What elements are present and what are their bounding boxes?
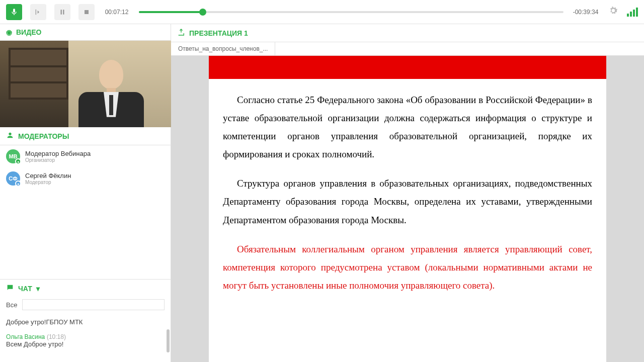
- slide: Согласно статье 25 Федерального закона «…: [209, 56, 606, 362]
- moderator-badge-icon: ●: [15, 180, 21, 187]
- exit-button[interactable]: [30, 4, 46, 20]
- chat-icon: [6, 284, 14, 293]
- moderators-header: МОДЕРАТОРЫ: [0, 127, 171, 145]
- remaining-time: -00:39:34: [572, 9, 600, 16]
- presentation-tab[interactable]: Ответы_на_вопросы_членов_...: [171, 42, 275, 55]
- chat-message-text: Всем Доброе утро!: [6, 340, 165, 348]
- chat-time: (10:18): [47, 333, 66, 340]
- presentation-header: ПРЕЗЕНТАЦИЯ 1: [171, 24, 644, 42]
- presentation-tabs: Ответы_на_вопросы_членов_...: [171, 42, 644, 56]
- organizer-badge-icon: ●: [15, 158, 21, 164]
- chat-message: Доброе утро!ГБПОУ МТК: [6, 318, 165, 326]
- video-feed[interactable]: [0, 41, 171, 127]
- chat-panel: ЧАТ ▾ Все Доброе утро!ГБПОУ МТК Ольга Ва…: [0, 279, 171, 362]
- slide-paragraph: Согласно статье 25 Федерального закона «…: [223, 91, 592, 163]
- avatar: СФ ●: [6, 171, 20, 186]
- avatar: МВ ●: [6, 149, 20, 163]
- slide-paragraph: Структура органов управления в образоват…: [223, 174, 592, 229]
- stop-button[interactable]: [78, 4, 95, 20]
- mic-button[interactable]: [6, 4, 22, 20]
- elapsed-time: 00:07:12: [103, 9, 131, 16]
- progress-thumb[interactable]: [199, 9, 206, 16]
- topbar: 00:07:12 -00:39:34: [0, 0, 644, 24]
- video-title: ВИДЕО: [16, 28, 41, 36]
- chat-message-text: Доброе утро!ГБПОУ МТК: [6, 318, 165, 326]
- chat-scrollbar[interactable]: [167, 329, 170, 352]
- chevron-down-icon: ▾: [36, 285, 40, 293]
- chat-user: Ольга Васина: [6, 333, 45, 340]
- svg-rect-0: [85, 10, 89, 14]
- upload-icon: [177, 28, 185, 38]
- presentation-title: ПРЕЗЕНТАЦИЯ 1: [189, 29, 248, 37]
- moderator-item[interactable]: МВ ● Модератор Вебинара Организатор: [0, 145, 171, 167]
- chat-search-input[interactable]: [22, 299, 165, 310]
- left-sidebar: ◉ ВИДЕО МОДЕРАТОРЫ: [0, 24, 171, 362]
- video-panel-header: ◉ ВИДЕО: [0, 24, 171, 41]
- moderator-item[interactable]: СФ ● Сергей Фёклин Модератор: [0, 167, 171, 190]
- chat-header[interactable]: ЧАТ ▾: [0, 280, 171, 297]
- presentation-panel: ПРЕЗЕНТАЦИЯ 1 Ответы_на_вопросы_членов_.…: [171, 24, 644, 362]
- person-icon: [6, 131, 14, 141]
- target-icon: ◉: [6, 28, 12, 36]
- chat-title: ЧАТ: [18, 285, 32, 293]
- signal-icon: [627, 8, 638, 17]
- moderator-name: Модератор Вебинара: [25, 150, 91, 157]
- slide-redbar: [209, 56, 606, 79]
- progress-bar[interactable]: [139, 11, 564, 13]
- moderator-name: Сергей Фёклин: [25, 172, 71, 179]
- gear-icon[interactable]: [608, 5, 619, 19]
- moderators-title: МОДЕРАТОРЫ: [18, 132, 69, 140]
- moderator-role: Организатор: [25, 157, 91, 163]
- slide-paragraph-highlight: Обязательным коллегиальным органом управ…: [223, 240, 592, 295]
- slide-area[interactable]: Согласно статье 25 Федерального закона «…: [171, 56, 644, 362]
- pause-button[interactable]: [54, 4, 70, 20]
- chat-filter-label[interactable]: Все: [6, 301, 17, 309]
- moderator-role: Модератор: [25, 179, 71, 185]
- chat-message: Ольга Васина (10:18) Всем Доброе утро!: [6, 333, 165, 348]
